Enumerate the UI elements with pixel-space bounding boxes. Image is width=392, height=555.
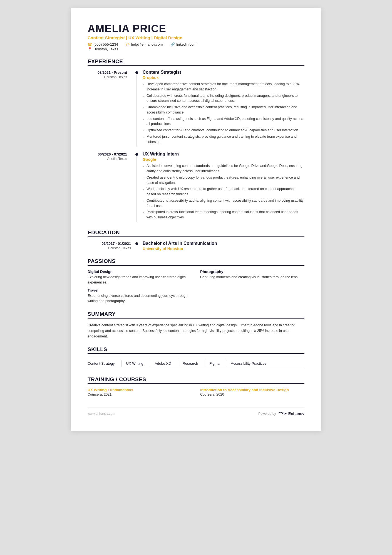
edu1-dot bbox=[135, 242, 138, 245]
training2-detail: Coursera, 2020 bbox=[200, 393, 304, 396]
applicant-name: AMELIA PRICE bbox=[88, 23, 304, 35]
edu1-left: 01/2017 - 01/2021 Houston, Texas bbox=[88, 241, 135, 251]
passion2-title: Photography bbox=[200, 270, 304, 274]
exp2-bullet-3: Worked closely with UX researchers to ga… bbox=[143, 186, 304, 197]
edu1-content: Bachelor of Arts in Communication Univer… bbox=[139, 241, 304, 251]
training-item-2: Introduction to Accessibility and Inclus… bbox=[200, 388, 304, 396]
exp1-dot-col bbox=[135, 70, 139, 147]
edu1-dot-col bbox=[135, 241, 139, 251]
exp1-left: 08/2021 - Present Houston, Texas bbox=[88, 70, 135, 147]
training-section: TRAINING / COURSES UX Writing Fundamenta… bbox=[88, 376, 304, 396]
exp1-line bbox=[137, 75, 137, 147]
training2-title: Introduction to Accessibility and Inclus… bbox=[200, 388, 304, 392]
skills-list: Content Strategy UX Writing Adobe XD Res… bbox=[88, 358, 304, 369]
linkedin-contact: 🔗 linkedin.com bbox=[170, 42, 196, 46]
training1-detail: Coursera, 2021 bbox=[88, 393, 192, 396]
exp1-bullet-2: Collaborated with cross-functional teams… bbox=[143, 93, 304, 104]
exp2-bullet-4: Contributed to accessibility audits, ali… bbox=[143, 198, 304, 209]
exp2-line bbox=[137, 156, 137, 222]
exp1-bullets: Developed comprehensive content strategi… bbox=[143, 82, 304, 144]
exp2-role: UX Writing Intern bbox=[143, 152, 304, 157]
training-section-title: TRAINING / COURSES bbox=[88, 376, 304, 384]
training-grid: UX Writing Fundamentals Coursera, 2021 I… bbox=[88, 388, 304, 396]
passion2-desc: Capturing moments and creating visual st… bbox=[200, 275, 304, 280]
exp1-dot bbox=[135, 71, 138, 74]
exp2-bullet-1: Assisted in developing content standards… bbox=[143, 163, 304, 174]
exp2-dot bbox=[135, 153, 138, 156]
exp1-bullet-5: Optimized content for AI and chatbots, c… bbox=[143, 128, 304, 133]
skill-6: Accessibility Practices bbox=[226, 360, 271, 367]
applicant-title: Content Strategist | UX Writing | Digita… bbox=[88, 35, 304, 40]
exp1-bullet-4: Led content efforts using tools such as … bbox=[143, 116, 304, 127]
skill-5: Figma bbox=[205, 360, 224, 367]
skill-3: Adobe XD bbox=[150, 360, 175, 367]
exp1-role: Content Strategist bbox=[143, 70, 304, 75]
education-section-title: EDUCATION bbox=[88, 230, 304, 237]
education-entry-1: 01/2017 - 01/2021 Houston, Texas Bachelo… bbox=[88, 241, 304, 251]
resume-header: AMELIA PRICE Content Strategist | UX Wri… bbox=[88, 23, 304, 51]
edu1-school: University of Houston bbox=[143, 246, 304, 251]
location-icon: 📍 bbox=[88, 47, 92, 51]
edu1-date: 01/2017 - 01/2021 bbox=[101, 241, 131, 246]
enhancv-logo: Enhancv bbox=[278, 411, 304, 417]
exp2-company: Google bbox=[143, 157, 304, 162]
exp1-bullet-6: Mentored junior content strategists, pro… bbox=[143, 134, 304, 145]
passions-grid: Digital Design Exploring new design tren… bbox=[88, 270, 304, 304]
education-section: EDUCATION 01/2017 - 01/2021 Houston, Tex… bbox=[88, 230, 304, 251]
brand-name: Enhancv bbox=[288, 411, 304, 416]
skill-4: Research bbox=[178, 360, 203, 367]
email-contact: @ help@enhancv.com bbox=[126, 42, 163, 46]
summary-section-title: SUMMARY bbox=[88, 311, 304, 319]
exp1-date: 08/2021 - Present bbox=[98, 70, 131, 75]
link-icon: 🔗 bbox=[170, 42, 175, 46]
summary-section: SUMMARY Creative content strategist with… bbox=[88, 311, 304, 339]
exp2-dot-col bbox=[135, 152, 139, 222]
edu1-location: Houston, Texas bbox=[108, 246, 131, 250]
phone-contact: ☎ (555) 555-1234 bbox=[88, 42, 118, 46]
exp1-company: Dropbox bbox=[143, 75, 304, 80]
exp2-left: 06/2020 - 07/2021 Austin, Texas bbox=[88, 152, 135, 222]
powered-by-label: Powered by bbox=[258, 412, 276, 416]
resume-footer: www.enhancv.com Powered by Enhancv bbox=[88, 408, 304, 417]
resume-page: AMELIA PRICE Content Strategist | UX Wri… bbox=[71, 8, 321, 431]
experience-entry-2: 06/2020 - 07/2021 Austin, Texas UX Writi… bbox=[88, 152, 304, 222]
location-value: Houston, Texas bbox=[93, 47, 118, 51]
passions-section-title: PASSIONS bbox=[88, 258, 304, 266]
exp2-location: Austin, Texas bbox=[107, 157, 131, 161]
passions-section: PASSIONS Digital Design Exploring new de… bbox=[88, 258, 304, 304]
passion1-desc: Exploring new design trends and improvin… bbox=[88, 275, 192, 285]
training1-title: UX Writing Fundamentals bbox=[88, 388, 192, 392]
passion1-title: Digital Design bbox=[88, 270, 192, 274]
passion3-desc: Experiencing diverse cultures and docume… bbox=[88, 293, 192, 304]
experience-entry-1: 08/2021 - Present Houston, Texas Content… bbox=[88, 70, 304, 147]
exp2-content: UX Writing Intern Google Assisted in dev… bbox=[139, 152, 304, 222]
footer-url: www.enhancv.com bbox=[88, 412, 115, 416]
skill-2: UX Writing bbox=[121, 360, 148, 367]
edu1-degree: Bachelor of Arts in Communication bbox=[143, 241, 304, 246]
email-value: help@enhancv.com bbox=[131, 42, 163, 46]
passion-item-1: Digital Design Exploring new design tren… bbox=[88, 270, 192, 285]
exp2-date: 06/2020 - 07/2021 bbox=[98, 152, 131, 156]
passion3-title: Travel bbox=[88, 288, 192, 292]
experience-section-title: EXPERIENCE bbox=[88, 58, 304, 66]
location-row: 📍 Houston, Texas bbox=[88, 47, 304, 51]
skill-1: Content Strategy bbox=[88, 360, 119, 367]
exp2-bullets: Assisted in developing content standards… bbox=[143, 163, 304, 220]
exp2-bullet-2: Created user-centric microcopy for vario… bbox=[143, 175, 304, 186]
email-icon: @ bbox=[126, 42, 130, 46]
exp1-bullet-3: Championed inclusive and accessible cont… bbox=[143, 105, 304, 115]
contact-row: ☎ (555) 555-1234 @ help@enhancv.com 🔗 li… bbox=[88, 42, 304, 46]
exp1-bullet-1: Developed comprehensive content strategi… bbox=[143, 82, 304, 92]
summary-text: Creative content strategist with 3 years… bbox=[88, 322, 304, 339]
skills-section: SKILLS Content Strategy UX Writing Adobe… bbox=[88, 346, 304, 369]
phone-value: (555) 555-1234 bbox=[93, 42, 118, 46]
linkedin-value: linkedin.com bbox=[176, 42, 196, 46]
training-item-1: UX Writing Fundamentals Coursera, 2021 bbox=[88, 388, 192, 396]
passion-item-2: Photography Capturing moments and creati… bbox=[200, 270, 304, 285]
phone-icon: ☎ bbox=[88, 42, 92, 46]
experience-section: EXPERIENCE 08/2021 - Present Houston, Te… bbox=[88, 58, 304, 222]
exp2-bullet-5: Participated in cross-functional team me… bbox=[143, 209, 304, 220]
logo-icon bbox=[278, 411, 287, 417]
passion-item-3: Travel Experiencing diverse cultures and… bbox=[88, 288, 192, 304]
footer-brand: Powered by Enhancv bbox=[258, 411, 304, 417]
